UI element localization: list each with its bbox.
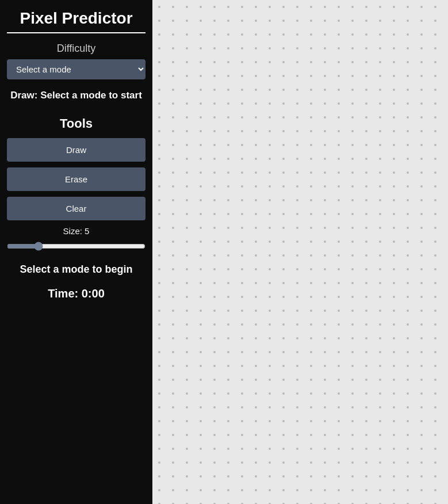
difficulty-label: Difficulty bbox=[7, 43, 145, 55]
size-label: Size: 5 bbox=[7, 226, 145, 236]
svg-rect-1 bbox=[152, 0, 448, 504]
draw-status: Draw: Select a mode to start bbox=[7, 89, 145, 102]
sidebar: Pixel Predictor Difficulty Select a mode… bbox=[0, 0, 152, 504]
canvas-area[interactable] bbox=[152, 0, 448, 504]
difficulty-select[interactable]: Select a mode Easy Medium Hard Expert bbox=[7, 59, 145, 79]
app-title: Pixel Predictor bbox=[7, 9, 145, 33]
tools-heading: Tools bbox=[7, 116, 145, 131]
clear-button[interactable]: Clear bbox=[7, 197, 145, 220]
erase-button[interactable]: Erase bbox=[7, 167, 145, 191]
draw-button[interactable]: Draw bbox=[7, 138, 145, 162]
begin-status: Select a mode to begin bbox=[7, 264, 145, 276]
time-display: Time: 0:00 bbox=[7, 287, 145, 300]
dot-grid bbox=[152, 0, 448, 504]
size-slider[interactable] bbox=[7, 240, 145, 252]
